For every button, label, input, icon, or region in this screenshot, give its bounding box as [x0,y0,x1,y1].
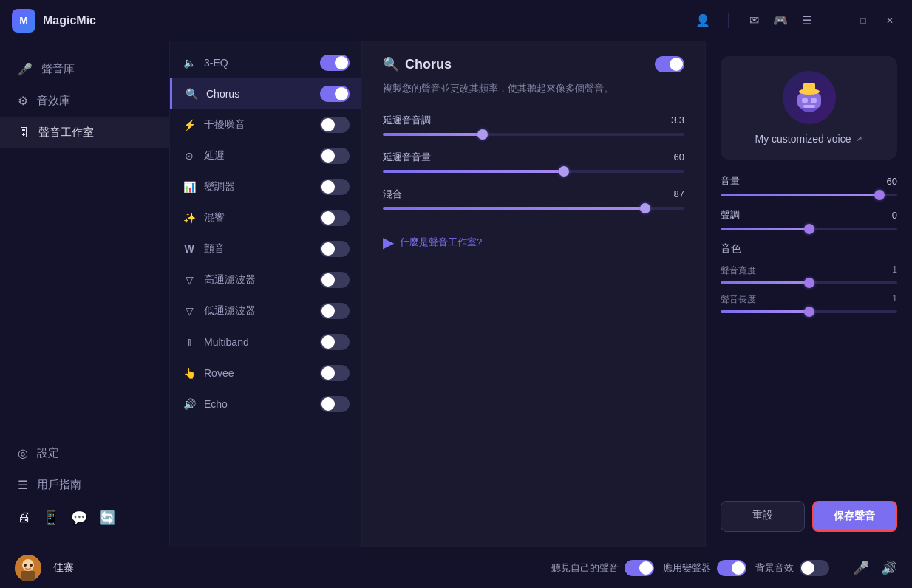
effect-item-chorus[interactable]: 🔍 Chorus [170,78,361,109]
timbre-length-label: 聲音長度 [721,293,756,306]
slider-label-delay-tone: 延遲音音調 3.3 [383,114,684,127]
timbre-width-fill [721,281,809,284]
sidebar-item-user-guide[interactable]: ☰ 用戶指南 [0,469,169,501]
save-button[interactable]: 保存聲音 [812,501,898,532]
effect-item-vocal[interactable]: W 顫音 [170,233,361,264]
bg-effect-toggle[interactable] [800,560,829,576]
effect-toggle-3eq[interactable] [320,55,350,71]
bottom-bar: 佳寨 聽見自己的聲音 應用變聲器 背景音效 🎤 🔊 [0,547,912,588]
effect-toggle-echo[interactable] [320,396,350,412]
timbre-length-track[interactable] [721,310,897,313]
volume-slider-track[interactable] [721,194,897,196]
slider-name-mix: 混合 [383,188,402,201]
effect-item-delay[interactable]: ⊙ 延遲 [170,140,361,171]
reset-button[interactable]: 重設 [721,501,805,532]
titlebar: M MagicMic 👤 ✉ 🎮 ☰ ─ □ ✕ [0,0,912,41]
menu-icon[interactable]: ☰ [800,13,814,28]
mobile-icon[interactable]: 📱 [43,510,59,526]
effect-item-rovee[interactable]: 👆 Rovee [170,358,361,389]
minimize-button[interactable]: ─ [826,10,847,31]
timbre-length-value: 1 [892,293,897,306]
sidebar-label-settings: 設定 [37,446,59,460]
volume-value: 60 [887,176,897,187]
maximize-button[interactable]: □ [853,10,874,31]
slider-thumb-mix[interactable] [640,203,650,213]
effect-toggle-vocal[interactable] [320,241,350,257]
effect-label-multiband: Multiband [204,336,313,348]
effect-item-modulator[interactable]: 📊 變調器 [170,171,361,202]
effect-toggle-chorus[interactable] [320,86,350,102]
right-section-volume: 音量 60 [721,174,897,196]
bg-effect-label: 背景音效 [755,561,794,575]
effect-item-echo[interactable]: 🔊 Echo [170,389,361,420]
svg-point-3 [811,98,817,103]
bg-effect-control: 背景音效 [755,560,829,576]
effect-toggle-reverb[interactable] [320,210,350,226]
effect-toggle-delay[interactable] [320,148,350,164]
studio-help-link[interactable]: 什麼是聲音工作室? [400,236,482,249]
hear-voice-toggle[interactable] [625,560,654,576]
pitch-slider-thumb[interactable] [804,224,814,234]
sidebar-item-effects-library[interactable]: ⚙ 音效庫 [0,85,169,117]
bottom-icons: 🎤 🔊 [853,560,897,576]
sidebar-item-sound-library[interactable]: 🎤 聲音庫 [0,53,169,85]
sidebar-label-sound-library: 聲音庫 [41,62,75,76]
microphone-button[interactable]: 🎤 [853,560,869,576]
slider-label-mix: 混合 87 [383,188,684,201]
use-modulator-control: 應用變聲器 [663,560,746,576]
mail-icon[interactable]: ✉ [746,13,761,28]
chat-icon[interactable]: 💬 [71,510,87,526]
sync-icon[interactable]: 🔄 [99,510,115,526]
rovee-icon: 👆 [182,367,197,379]
effect-item-lowpass[interactable]: ▽ 低通濾波器 [170,295,361,327]
effect-toggle-multiband[interactable] [320,334,350,350]
separator [728,13,729,28]
volume-slider-thumb[interactable] [874,190,885,200]
slider-track-mix[interactable] [383,207,684,210]
effect-item-multiband[interactable]: ⫿ Multiband [170,327,361,358]
slider-thumb-delay-tone[interactable] [477,129,488,140]
timbre-width-thumb[interactable] [804,278,814,288]
slider-thumb-delay-volume[interactable] [559,166,569,177]
slider-label-delay-volume: 延遲音音量 60 [383,151,684,164]
effect-item-reverb[interactable]: ✨ 混響 [170,202,361,233]
discord-icon[interactable]: 🎮 [773,13,788,28]
effect-item-3eq[interactable]: 🔈 3-EQ [170,47,361,78]
effect-label-delay: 延遲 [204,149,313,163]
sidebar-item-sound-studio[interactable]: 🎛 聲音工作室 [0,117,169,148]
export-icon[interactable]: 🖨 [18,510,31,526]
voice-name-text: My customized voice [755,133,851,145]
effect-toggle-highpass[interactable] [320,272,350,288]
voice-avatar [783,71,836,124]
timbre-length-fill [721,310,809,313]
window-controls: ─ □ ✕ [826,10,900,31]
sidebar-label-effects-library: 音效庫 [37,94,70,108]
effect-label-echo: Echo [204,398,313,410]
use-modulator-toggle[interactable] [717,560,746,576]
effect-toggle-rovee[interactable] [320,365,350,381]
effect-item-noise[interactable]: ⚡ 干擾噪音 [170,109,361,140]
pitch-title: 聲調 [721,208,740,222]
slider-value-mix: 87 [674,188,684,199]
profile-icon[interactable]: 👤 [695,13,710,28]
effect-toggle-lowpass[interactable] [320,303,350,319]
slider-track-delay-volume[interactable] [383,170,684,173]
effect-toggle-modulator[interactable] [320,179,350,195]
pitch-slider-track[interactable] [721,228,897,230]
effect-item-highpass[interactable]: ▽ 高通濾波器 [170,264,361,295]
sidebar-item-settings[interactable]: ◎ 設定 [0,437,169,469]
effect-label-noise: 干擾噪音 [204,118,313,131]
slider-fill-mix [383,207,645,210]
app-logo: M [12,9,35,33]
effect-toggle-noise[interactable] [320,117,350,133]
slider-mix: 混合 87 [383,188,684,210]
slider-track-delay-tone[interactable] [383,133,684,136]
voice-link-icon[interactable]: ↗ [855,134,862,144]
detail-toggle[interactable] [655,56,684,72]
close-button[interactable]: ✕ [879,10,900,31]
timbre-width-track[interactable] [721,281,897,284]
slider-name-delay-tone: 延遲音音調 [383,114,431,127]
timbre-length-thumb[interactable] [804,307,814,317]
echo-icon: 🔊 [182,398,197,410]
speaker-button[interactable]: 🔊 [881,560,897,576]
